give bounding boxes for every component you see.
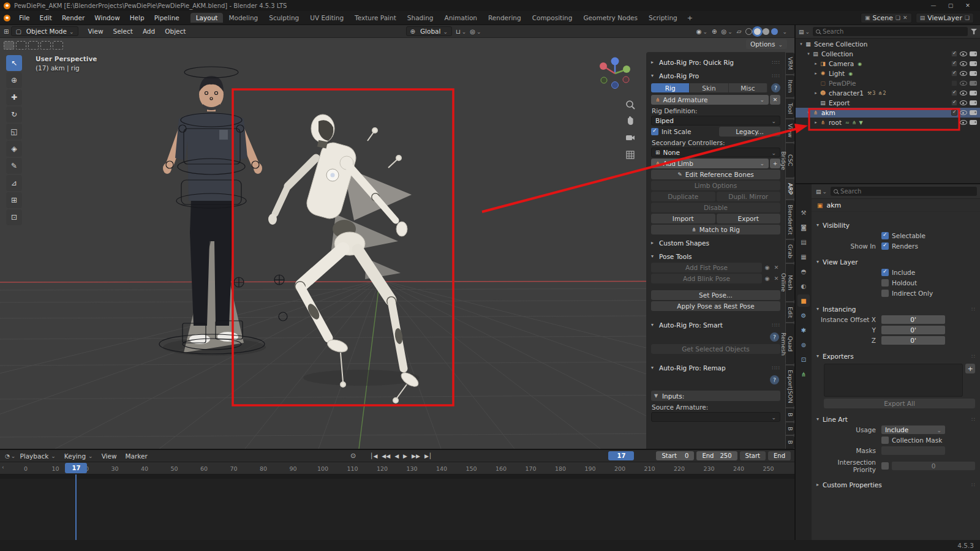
instance-offset-z-field[interactable]: 0' (881, 336, 945, 345)
intersection-priority-field[interactable]: 0 (892, 462, 975, 470)
tab-rig[interactable]: Rig (651, 83, 690, 92)
annotate-tool[interactable]: ✎ (6, 158, 22, 174)
gizmos-toggle[interactable]: ⊕ (712, 28, 717, 35)
object-tab[interactable]: ■ (797, 294, 810, 307)
outliner-editor-icon[interactable]: ▤ (799, 29, 810, 35)
timeline-ruler[interactable]: ‹ 01020304050607080901001101201301401501… (0, 462, 794, 474)
camera[interactable]: ▸ ◨ Camera ◉ (796, 59, 980, 69)
camera-visibility-icon[interactable] (970, 120, 977, 125)
view-layer-tab[interactable]: ▦ (797, 250, 810, 263)
limb-options[interactable]: Limb Options (651, 181, 780, 190)
shading-wireframe-icon[interactable] (745, 28, 752, 35)
dupli-mirror[interactable]: Dupli. Mirror (717, 192, 781, 201)
transport-button[interactable]: ▶▶ (412, 453, 420, 459)
import[interactable]: Import (651, 214, 715, 223)
snap-toggle[interactable]: ⊔ (456, 28, 466, 35)
selectable-checkbox[interactable] (951, 80, 957, 86)
camera-visibility-icon[interactable] (970, 61, 977, 66)
add-fist-pose[interactable]: Add Fist Pose (651, 263, 762, 272)
viewport-3d[interactable]: Options User Perspective (17) akm | rig … (0, 38, 794, 449)
clear-button[interactable]: ✕ (770, 95, 780, 105)
help-button[interactable]: ? (770, 332, 779, 342)
camera-visibility-icon[interactable] (970, 91, 977, 96)
shading-dropdown-icon[interactable] (782, 28, 787, 36)
menu-item[interactable]: Window (89, 14, 124, 21)
physics-tab[interactable]: ⊚ (797, 339, 810, 351)
view[interactable]: View (786, 119, 794, 142)
checkbox[interactable] (651, 128, 658, 135)
playhead-line[interactable] (75, 474, 77, 540)
init-scale[interactable]: Init Scale (651, 128, 715, 135)
select-mode-new-icon[interactable] (4, 41, 14, 50)
close-icon[interactable]: ✕ (772, 276, 780, 282)
transport-button[interactable]: ▶│ (424, 453, 432, 459)
scene-selector[interactable]: ▣ Scene ❏ ✕ (861, 13, 912, 23)
timeline-editor-icon[interactable]: ◔ (5, 453, 15, 459)
help-button[interactable]: ? (770, 375, 779, 384)
menu-item[interactable]: Edit (35, 14, 57, 21)
item[interactable]: Item (786, 75, 794, 97)
end-frame-field[interactable]: End250 (696, 451, 737, 460)
holdout-checkbox[interactable] (881, 279, 889, 287)
overlays-toggle[interactable]: ◎ (721, 28, 732, 35)
move-tool[interactable]: ✚ (6, 89, 22, 105)
close-icon[interactable]: ✕ (772, 264, 780, 271)
selectable-checkbox[interactable] (951, 100, 957, 106)
add-exporter-button[interactable]: + (965, 364, 975, 373)
camera-visibility-icon[interactable] (970, 71, 977, 76)
viewport-menu-item[interactable]: View (83, 28, 108, 35)
output-tab[interactable]: ▤ (797, 236, 810, 248)
dropdown[interactable]: ⊞ None (651, 148, 780, 157)
transport-button[interactable]: ◀ (394, 453, 399, 459)
tab-misc[interactable]: Misc (729, 83, 767, 92)
b[interactable]: B (786, 422, 794, 435)
drag-handle-icon[interactable] (772, 73, 780, 79)
selectable-checkbox[interactable] (951, 70, 957, 77)
viewport-menu-item[interactable]: Add (138, 28, 160, 35)
transport-button[interactable]: ▶ (403, 453, 407, 459)
menu-item[interactable]: File (14, 14, 35, 21)
collection[interactable]: ▾ ▤ Collection (796, 49, 980, 59)
select-mode-invert-icon[interactable] (40, 41, 51, 50)
properties-editor-icon[interactable]: ▤ (816, 189, 827, 195)
current-frame-field[interactable]: 17 (608, 451, 634, 460)
inputs-[interactable]: ▼ Inputs: (651, 391, 780, 401)
renders-checkbox[interactable] (881, 242, 889, 250)
extra-tool[interactable]: ⊡ (6, 209, 22, 225)
particles-tab[interactable]: ✱ (797, 324, 810, 336)
eye-icon[interactable] (960, 91, 967, 96)
tool-tab[interactable]: ⚒ (797, 206, 810, 219)
tool[interactable]: Tool (786, 99, 794, 118)
constraints-tab[interactable]: ⊡ (797, 353, 810, 365)
add-blink-pose[interactable]: Add Blink Pose (651, 274, 762, 283)
world-tab[interactable]: ◐ (797, 280, 810, 292)
eye-icon[interactable] (960, 120, 967, 125)
eye-icon[interactable] (960, 51, 967, 56)
instance-offset-x-field[interactable]: 0' (881, 315, 945, 324)
window-button[interactable]: — (925, 2, 942, 9)
auto-rig-pro-smart[interactable]: ▾ Auto-Rig Pro: Smart (651, 320, 780, 330)
camera-visibility-icon[interactable] (970, 100, 977, 105)
character-pewdiepie[interactable] (159, 67, 287, 354)
keying[interactable]: Keying⌄ (60, 452, 97, 460)
edit[interactable]: Edit (786, 302, 794, 322)
b[interactable]: B (786, 408, 794, 421)
drag-handle-icon[interactable] (772, 365, 780, 371)
geometry-nodes[interactable]: Geometry Nodes (578, 13, 643, 23)
blenderkit[interactable]: BlenderKit (786, 200, 794, 239)
quad-remesh[interactable]: Quad Remesh (786, 323, 794, 364)
properties-search[interactable] (831, 187, 977, 196)
add-limb[interactable]: ⋔ Add Limb ⌄ (651, 159, 769, 168)
get-selected-objects[interactable]: Get Selected Objects (651, 344, 780, 354)
eye-icon[interactable] (960, 61, 967, 66)
transport-button[interactable]: ◀◀ (382, 453, 390, 459)
window-button[interactable]: ✕ (959, 2, 976, 9)
ortho-grid-icon[interactable] (624, 148, 637, 162)
transport-button[interactable]: │◀ (370, 453, 377, 459)
expand-arrow-icon[interactable]: ▾ (798, 42, 804, 47)
viewport-menu-item[interactable]: Object (160, 28, 190, 35)
csc-bridge[interactable]: CSC Bridge (786, 143, 794, 178)
options-dropdown[interactable]: Options (746, 39, 787, 49)
line-art-section-header[interactable]: Line Art (816, 414, 975, 424)
render-tab[interactable]: ◙ (797, 221, 810, 233)
